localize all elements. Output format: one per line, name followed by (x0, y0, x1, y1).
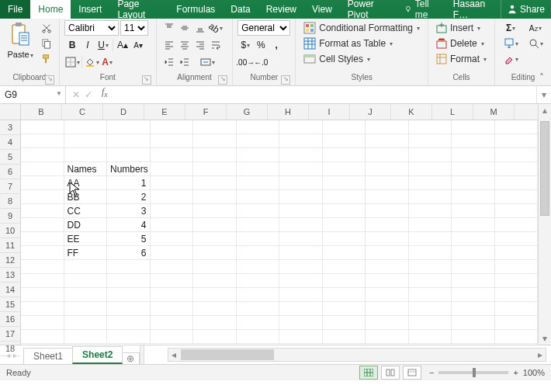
cell-G6[interactable] (237, 162, 280, 176)
cell-D10[interactable]: 4 (107, 218, 151, 232)
row-header-18[interactable]: 18 (0, 342, 20, 356)
tab-data[interactable]: Data (223, 0, 258, 19)
cell-C7[interactable]: AA (64, 176, 108, 190)
cell-E9[interactable] (151, 204, 194, 218)
cell-M5[interactable] (495, 148, 539, 162)
clear-button[interactable]: ▾ (500, 51, 522, 67)
fill-color-button[interactable]: ▾ (84, 54, 99, 70)
clipboard-launcher[interactable]: ↘ (45, 75, 54, 85)
cell-L11[interactable] (452, 232, 495, 246)
cell-J9[interactable] (366, 204, 409, 218)
cell-L3[interactable] (452, 120, 495, 134)
cell-styles-button[interactable]: Cell Styles▾ (300, 51, 423, 67)
font-color-button[interactable]: A▾ (99, 54, 115, 70)
cell-H14[interactable] (279, 274, 323, 288)
sheet-tab-sheet1[interactable]: Sheet1 (23, 348, 73, 364)
horizontal-scroll-thumb[interactable] (181, 349, 274, 360)
cell-I13[interactable] (323, 260, 366, 274)
cell-H15[interactable] (279, 288, 323, 302)
scroll-right-button[interactable]: ▸ (535, 349, 546, 361)
cell-F18[interactable] (193, 330, 237, 344)
cell-J13[interactable] (366, 260, 409, 274)
cell-F3[interactable] (193, 120, 237, 134)
column-header-B[interactable]: B (21, 104, 62, 120)
row-header-11[interactable]: 11 (0, 238, 20, 253)
cell-M10[interactable] (495, 218, 539, 232)
cell-C14[interactable] (64, 274, 108, 288)
zoom-out-button[interactable]: − (429, 368, 434, 377)
cell-D13[interactable] (107, 260, 151, 274)
cell-F6[interactable] (193, 162, 237, 176)
percent-format-button[interactable]: % (253, 37, 269, 53)
cell-C11[interactable]: EE (64, 232, 108, 246)
cell-F9[interactable] (193, 204, 237, 218)
cell-D18[interactable] (107, 330, 151, 344)
cut-button[interactable] (39, 20, 54, 36)
merge-center-button[interactable]: ▾ (192, 54, 224, 70)
cell-E18[interactable] (151, 330, 194, 344)
cell-M6[interactable] (495, 162, 539, 176)
cell-C9[interactable]: CC (64, 204, 108, 218)
font-size-select[interactable]: 11 (120, 20, 148, 36)
cell-D17[interactable] (107, 316, 151, 330)
cell-G8[interactable] (237, 190, 280, 204)
column-header-I[interactable]: I (309, 104, 350, 120)
cell-F8[interactable] (193, 190, 237, 204)
cell-K14[interactable] (409, 274, 452, 288)
cell-D12[interactable]: 6 (107, 246, 151, 260)
view-page-layout-button[interactable] (381, 366, 400, 380)
cell-I15[interactable] (323, 288, 366, 302)
cell-H10[interactable] (279, 218, 323, 232)
cell-J18[interactable] (366, 330, 409, 344)
cell-G5[interactable] (237, 148, 280, 162)
paste-button[interactable]: Paste▾ (5, 20, 36, 73)
tell-me[interactable]: Tell me (397, 0, 447, 19)
cell-M7[interactable] (495, 176, 539, 190)
cell-J16[interactable] (366, 302, 409, 316)
cell-J4[interactable] (366, 134, 409, 148)
cell-H12[interactable] (279, 246, 323, 260)
cell-E6[interactable] (151, 162, 194, 176)
row-header-16[interactable]: 16 (0, 312, 20, 327)
cell-H4[interactable] (279, 134, 323, 148)
cell-J15[interactable] (366, 288, 409, 302)
cell-F11[interactable] (193, 232, 237, 246)
cell-K3[interactable] (409, 120, 452, 134)
bold-button[interactable]: B (64, 37, 80, 53)
vertical-scrollbar[interactable]: ▴ ▾ (538, 104, 551, 345)
scroll-left-button[interactable]: ◂ (168, 349, 179, 361)
cell-K4[interactable] (409, 134, 452, 148)
tab-file[interactable]: File (0, 0, 30, 19)
cell-I4[interactable] (323, 134, 366, 148)
column-header-M[interactable]: M (473, 104, 515, 120)
row-header-5[interactable]: 5 (0, 150, 20, 165)
cell-G3[interactable] (237, 120, 280, 134)
cell-D6[interactable]: Numbers (107, 162, 151, 176)
new-sheet-button[interactable]: ⊕ (122, 352, 140, 364)
row-header-15[interactable]: 15 (0, 297, 20, 312)
cell-B13[interactable] (21, 260, 64, 274)
row-header-14[interactable]: 14 (0, 283, 20, 297)
cell-E15[interactable] (151, 288, 194, 302)
cell-F17[interactable] (193, 316, 237, 330)
align-center-button[interactable] (177, 37, 192, 53)
cell-F7[interactable] (193, 176, 237, 190)
cell-C6[interactable]: Names (64, 162, 108, 176)
cell-M8[interactable] (495, 190, 539, 204)
tab-review[interactable]: Review (258, 0, 304, 19)
row-header-8[interactable]: 8 (0, 194, 20, 209)
zoom-slider-thumb[interactable] (473, 368, 476, 377)
cell-I5[interactable] (323, 148, 366, 162)
cell-I6[interactable] (323, 162, 366, 176)
cell-G7[interactable] (237, 176, 280, 190)
cell-D15[interactable] (107, 288, 151, 302)
comma-format-button[interactable]: , (269, 37, 284, 53)
cell-K18[interactable] (409, 330, 452, 344)
cell-B17[interactable] (21, 316, 64, 330)
cell-L15[interactable] (452, 288, 495, 302)
cell-I9[interactable] (323, 204, 366, 218)
tab-formulas[interactable]: Formulas (168, 0, 223, 19)
cell-H13[interactable] (279, 260, 323, 274)
share-button[interactable]: Share (501, 0, 551, 19)
cell-J10[interactable] (366, 218, 409, 232)
